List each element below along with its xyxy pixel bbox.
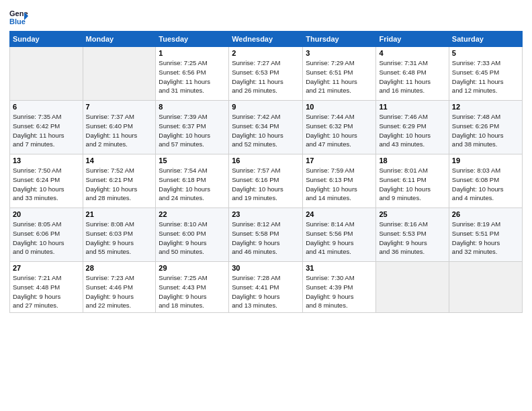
day-info: Sunrise: 8:14 AM Sunset: 5:56 PM Dayligh… xyxy=(306,220,373,257)
calendar-table: SundayMondayTuesdayWednesdayThursdayFrid… xyxy=(9,31,523,313)
day-number: 11 xyxy=(379,103,445,111)
day-cell: 12Sunrise: 7:48 AM Sunset: 6:26 PM Dayli… xyxy=(449,101,522,154)
day-cell: 10Sunrise: 7:44 AM Sunset: 6:32 PM Dayli… xyxy=(303,101,376,154)
day-info: Sunrise: 7:52 AM Sunset: 6:21 PM Dayligh… xyxy=(86,166,153,203)
day-cell xyxy=(449,262,522,313)
header: General Blue xyxy=(9,7,523,26)
day-cell: 23Sunrise: 8:12 AM Sunset: 5:58 PM Dayli… xyxy=(229,208,303,262)
day-number: 29 xyxy=(159,264,226,272)
day-cell: 2Sunrise: 7:27 AM Sunset: 6:53 PM Daylig… xyxy=(229,47,303,101)
col-header-wednesday: Wednesday xyxy=(229,32,303,47)
calendar-body: 1Sunrise: 7:25 AM Sunset: 6:56 PM Daylig… xyxy=(10,47,523,313)
day-cell: 1Sunrise: 7:25 AM Sunset: 6:56 PM Daylig… xyxy=(156,47,229,101)
col-header-tuesday: Tuesday xyxy=(156,32,229,47)
day-info: Sunrise: 8:19 AM Sunset: 5:51 PM Dayligh… xyxy=(452,220,519,257)
day-cell xyxy=(10,47,83,101)
calendar-header-row: SundayMondayTuesdayWednesdayThursdayFrid… xyxy=(10,32,523,47)
day-number: 2 xyxy=(232,49,300,57)
week-row-3: 13Sunrise: 7:50 AM Sunset: 6:24 PM Dayli… xyxy=(10,154,523,208)
day-number: 12 xyxy=(452,103,519,111)
day-number: 4 xyxy=(379,49,445,57)
day-info: Sunrise: 7:27 AM Sunset: 6:53 PM Dayligh… xyxy=(232,58,300,95)
day-cell: 28Sunrise: 7:23 AM Sunset: 4:46 PM Dayli… xyxy=(83,262,156,313)
day-number: 19 xyxy=(452,156,519,165)
day-cell: 26Sunrise: 8:19 AM Sunset: 5:51 PM Dayli… xyxy=(449,208,522,262)
day-number: 22 xyxy=(159,210,226,218)
day-number: 23 xyxy=(232,210,300,218)
day-number: 15 xyxy=(159,156,226,165)
day-info: Sunrise: 7:57 AM Sunset: 6:16 PM Dayligh… xyxy=(232,166,300,203)
week-row-5: 27Sunrise: 7:21 AM Sunset: 4:48 PM Dayli… xyxy=(10,262,523,313)
day-cell: 30Sunrise: 7:28 AM Sunset: 4:41 PM Dayli… xyxy=(229,262,303,313)
day-info: Sunrise: 7:28 AM Sunset: 4:41 PM Dayligh… xyxy=(232,273,300,310)
day-cell: 14Sunrise: 7:52 AM Sunset: 6:21 PM Dayli… xyxy=(83,154,156,208)
day-cell: 9Sunrise: 7:42 AM Sunset: 6:34 PM Daylig… xyxy=(229,101,303,154)
day-number: 26 xyxy=(452,210,519,218)
day-info: Sunrise: 7:35 AM Sunset: 6:42 PM Dayligh… xyxy=(13,112,80,149)
day-cell: 15Sunrise: 7:54 AM Sunset: 6:18 PM Dayli… xyxy=(156,154,229,208)
logo-icon: General Blue xyxy=(9,7,28,26)
day-info: Sunrise: 7:54 AM Sunset: 6:18 PM Dayligh… xyxy=(159,166,226,203)
day-number: 31 xyxy=(306,264,373,272)
day-cell xyxy=(376,262,449,313)
day-number: 24 xyxy=(306,210,373,218)
day-cell: 8Sunrise: 7:39 AM Sunset: 6:37 PM Daylig… xyxy=(156,101,229,154)
day-info: Sunrise: 8:08 AM Sunset: 6:03 PM Dayligh… xyxy=(86,220,153,257)
day-info: Sunrise: 7:44 AM Sunset: 6:32 PM Dayligh… xyxy=(306,112,373,149)
day-cell: 16Sunrise: 7:57 AM Sunset: 6:16 PM Dayli… xyxy=(229,154,303,208)
day-cell: 17Sunrise: 7:59 AM Sunset: 6:13 PM Dayli… xyxy=(303,154,376,208)
day-info: Sunrise: 8:01 AM Sunset: 6:11 PM Dayligh… xyxy=(379,166,445,203)
day-info: Sunrise: 8:10 AM Sunset: 6:00 PM Dayligh… xyxy=(159,220,226,257)
logo: General Blue xyxy=(9,7,31,26)
day-cell: 27Sunrise: 7:21 AM Sunset: 4:48 PM Dayli… xyxy=(10,262,83,313)
day-number: 30 xyxy=(232,264,300,272)
day-info: Sunrise: 7:48 AM Sunset: 6:26 PM Dayligh… xyxy=(452,112,519,149)
day-info: Sunrise: 7:33 AM Sunset: 6:45 PM Dayligh… xyxy=(452,58,519,95)
day-cell: 25Sunrise: 8:16 AM Sunset: 5:53 PM Dayli… xyxy=(376,208,449,262)
day-cell: 7Sunrise: 7:37 AM Sunset: 6:40 PM Daylig… xyxy=(83,101,156,154)
day-info: Sunrise: 7:30 AM Sunset: 4:39 PM Dayligh… xyxy=(306,273,373,310)
day-cell: 6Sunrise: 7:35 AM Sunset: 6:42 PM Daylig… xyxy=(10,101,83,154)
day-info: Sunrise: 8:16 AM Sunset: 5:53 PM Dayligh… xyxy=(379,220,445,257)
week-row-4: 20Sunrise: 8:05 AM Sunset: 6:06 PM Dayli… xyxy=(10,208,523,262)
day-number: 25 xyxy=(379,210,445,218)
day-number: 5 xyxy=(452,49,519,57)
day-cell: 22Sunrise: 8:10 AM Sunset: 6:00 PM Dayli… xyxy=(156,208,229,262)
day-info: Sunrise: 7:31 AM Sunset: 6:48 PM Dayligh… xyxy=(379,58,445,95)
day-cell: 4Sunrise: 7:31 AM Sunset: 6:48 PM Daylig… xyxy=(376,47,449,101)
day-number: 20 xyxy=(13,210,80,218)
day-number: 10 xyxy=(306,103,373,111)
day-number: 7 xyxy=(86,103,153,111)
day-info: Sunrise: 7:29 AM Sunset: 6:51 PM Dayligh… xyxy=(306,58,373,95)
day-info: Sunrise: 7:25 AM Sunset: 4:43 PM Dayligh… xyxy=(159,273,226,310)
day-number: 28 xyxy=(86,264,153,272)
day-cell xyxy=(83,47,156,101)
day-cell: 13Sunrise: 7:50 AM Sunset: 6:24 PM Dayli… xyxy=(10,154,83,208)
day-cell: 20Sunrise: 8:05 AM Sunset: 6:06 PM Dayli… xyxy=(10,208,83,262)
day-info: Sunrise: 7:23 AM Sunset: 4:46 PM Dayligh… xyxy=(86,273,153,310)
day-info: Sunrise: 7:21 AM Sunset: 4:48 PM Dayligh… xyxy=(13,273,80,310)
day-number: 18 xyxy=(379,156,445,165)
day-number: 27 xyxy=(13,264,80,272)
svg-text:Blue: Blue xyxy=(9,17,26,26)
day-info: Sunrise: 8:12 AM Sunset: 5:58 PM Dayligh… xyxy=(232,220,300,257)
col-header-monday: Monday xyxy=(83,32,156,47)
day-cell: 18Sunrise: 8:01 AM Sunset: 6:11 PM Dayli… xyxy=(376,154,449,208)
day-info: Sunrise: 7:46 AM Sunset: 6:29 PM Dayligh… xyxy=(379,112,445,149)
col-header-thursday: Thursday xyxy=(303,32,376,47)
day-info: Sunrise: 7:37 AM Sunset: 6:40 PM Dayligh… xyxy=(86,112,153,149)
day-number: 13 xyxy=(13,156,80,165)
col-header-friday: Friday xyxy=(376,32,449,47)
day-info: Sunrise: 8:03 AM Sunset: 6:08 PM Dayligh… xyxy=(452,166,519,203)
day-number: 6 xyxy=(13,103,80,111)
day-number: 3 xyxy=(306,49,373,57)
day-info: Sunrise: 7:42 AM Sunset: 6:34 PM Dayligh… xyxy=(232,112,300,149)
col-header-saturday: Saturday xyxy=(449,32,522,47)
day-cell: 29Sunrise: 7:25 AM Sunset: 4:43 PM Dayli… xyxy=(156,262,229,313)
day-cell: 19Sunrise: 8:03 AM Sunset: 6:08 PM Dayli… xyxy=(449,154,522,208)
day-cell: 11Sunrise: 7:46 AM Sunset: 6:29 PM Dayli… xyxy=(376,101,449,154)
calendar-page: General Blue SundayMondayTuesdayWednesda… xyxy=(0,0,532,411)
day-cell: 5Sunrise: 7:33 AM Sunset: 6:45 PM Daylig… xyxy=(449,47,522,101)
day-number: 14 xyxy=(86,156,153,165)
day-number: 9 xyxy=(232,103,300,111)
